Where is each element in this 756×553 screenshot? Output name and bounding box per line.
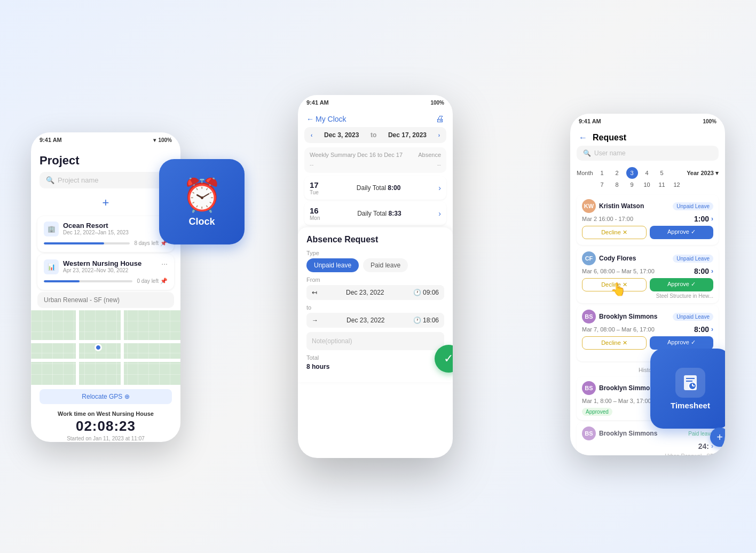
brooklyn-date: Mar 7, 08:00 – Mar 6, 17:00 [582,326,655,333]
from-date-field[interactable]: ↤ Dec 23, 2022 🕐 09:06 [306,285,444,300]
note-field[interactable]: Note(optional) [306,332,444,350]
approved-badge: Approved [582,408,612,416]
add-request-fab[interactable]: + [710,428,725,447]
kristin-avatar: KW [582,199,596,213]
from-date-icon: ↤ [312,289,317,296]
search-icon: 🔍 [46,176,54,184]
urban-project-partial: Urban Renewal - SF (new) [37,292,174,308]
day-16-arrow[interactable]: › [438,209,441,218]
weekly-summary: Weekly Summary Dec 16 to Dec 17 Absence … [304,147,446,173]
project-card-ocean[interactable]: 🏢 Ocean Resort Dec 12, 2022–Jan 15, 2023… [37,216,174,252]
timesheet-badge-label: Timesheet [671,401,710,410]
western-project-date: Apr 23, 2022–Nov 30, 2022 [63,267,141,273]
brooklyn-avatar: BS [582,310,596,323]
month-9[interactable]: 9 [626,179,638,191]
left-status-time: 9:41 AM [40,137,62,143]
cody-location: Steel Structure in Hew... [582,293,713,299]
left-wifi-icon: ▾ [153,137,156,143]
cody-arrow[interactable]: › [711,267,713,275]
user-search-icon: 🔍 [583,149,591,157]
month-4[interactable]: 4 [641,167,653,179]
month-8[interactable]: 8 [611,179,623,191]
month-filter-2: Month 7 8 9 10 11 12 [570,179,725,193]
user-search[interactable]: 🔍 User name [577,146,719,161]
kristin-date: Mar 2 16:00 - 17:00 [582,216,633,222]
kristin-badge: Unpaid Leave [673,202,713,210]
middle-status-bar: 9:41 AM 100% [298,95,453,110]
month-1[interactable]: 1 [596,167,608,179]
map-location-dot [94,344,102,351]
brooklyn-name: Brooklyn Simmons [599,313,657,320]
add-project-button[interactable]: + [31,193,180,214]
total-row: Total 8 hours [306,354,444,370]
project-search[interactable]: 🔍 Project name [40,172,172,188]
clock-emoji: ⏰ [182,176,222,214]
request-card-cody: CF Cody Flores Unpaid Leave Mar 6, 08:00… [577,247,719,303]
to-label: to [306,304,444,311]
month-11[interactable]: 11 [656,179,668,191]
kristin-name: Kristin Watson [599,202,644,210]
timesheet-app-badge: Timesheet [650,349,725,429]
year-select[interactable]: Year 2023 ▾ [687,170,719,177]
daily-total-16: Daily Total 8:33 [357,210,401,217]
paid-leave-btn[interactable]: Paid leave [363,258,408,272]
ocean-project-date: Dec 12, 2022–Jan 15, 2023 [63,230,129,235]
myclock-back-button[interactable]: ← My Clock [306,115,346,123]
date-from: Dec 3, 2023 [324,131,359,139]
month-5[interactable]: 5 [656,167,668,179]
to-date-icon: → [312,317,318,324]
prev-range-arrow[interactable]: ‹ [311,132,312,138]
day-17-arrow[interactable]: › [438,184,441,192]
brooklyn-approve-btn[interactable]: Approve ✓ [650,336,713,350]
from-time: 🕐 09:06 [413,289,439,296]
month-12[interactable]: 12 [671,179,683,191]
from-date: Dec 23, 2022 [346,289,384,296]
brooklyn-hist2-avatar: BS [582,426,596,440]
cody-approve-btn[interactable]: Approve ✓ [650,278,713,291]
month-7[interactable]: 7 [596,179,608,191]
cody-decline-btn[interactable]: Decline ✕ [582,278,647,291]
kristin-arrow[interactable]: › [711,215,713,223]
brooklyn-hist-name: Brooklyn Simmons [599,384,657,392]
ocean-project-icon: 🏢 [44,222,59,236]
western-more-icon[interactable]: ··· [161,259,168,268]
timesheet-icon [675,368,705,398]
work-timer: 02:08:23 [40,418,172,434]
month-2[interactable]: 2 [611,167,623,179]
month-10[interactable]: 10 [641,179,653,191]
daily-entry-16[interactable]: 16 Mon Daily Total 8:33 › [304,202,446,225]
note-row: Note(optional) [306,332,444,350]
brooklyn-arrow[interactable]: › [711,326,713,333]
next-range-arrow[interactable]: › [438,132,440,138]
kristin-decline-btn[interactable]: Decline ✕ [582,226,647,239]
cody-avatar: CF [582,251,596,265]
western-days-left: 0 day left 📌 [137,278,168,285]
left-phone: 9:41 AM ▾ 100% Project 🔍 Project name + … [31,132,180,442]
relocate-gps-button[interactable]: Relocate GPS ⊕ [40,389,172,404]
brooklyn-hours: 8:00 › [694,325,713,334]
ocean-project-name: Ocean Resort [63,222,129,230]
brooklyn-hist2-badge: Paid leave [688,431,713,437]
month-3[interactable]: 3 [626,167,638,179]
to-date-field[interactable]: → Dec 23, 2022 🕐 18:06 [306,313,444,328]
started-label: Started on Jan 11, 2023 at 11:07 [40,436,172,441]
daily-entry-17[interactable]: 17 Tue Daily Total 8:00 › [304,176,446,200]
printer-icon[interactable]: 🖨 [436,114,444,124]
brooklyn-hist2-name: Brooklyn Simmons [599,430,657,437]
user-search-placeholder: User name [594,149,626,157]
middle-status-time: 9:41 AM [306,99,329,106]
kristin-approve-btn[interactable]: Approve ✓ [650,226,713,239]
left-status-bar: 9:41 AM ▾ 100% [31,132,180,147]
request-back-button[interactable]: ← [579,133,587,143]
brooklyn-hist2-location: Urban Renewal - SF [582,453,713,455]
project-card-western[interactable]: 📊 Western Nursing House Apr 23, 2022–Nov… [37,254,174,290]
myclock-title: My Clock [316,115,346,123]
to-time: 🕐 18:06 [413,317,439,324]
unpaid-leave-btn[interactable]: Unpaid leave [306,258,359,272]
cody-badge: Unpaid Leave [673,255,713,263]
day-mon: Mon [310,215,320,221]
ocean-days-left: 8 days left 📌 [134,240,168,247]
brooklyn-hist2-hours: 24: › [698,442,713,451]
clock-small-icon2: 🕐 [413,317,421,324]
brooklyn-decline-btn[interactable]: Decline ✕ [582,336,647,350]
